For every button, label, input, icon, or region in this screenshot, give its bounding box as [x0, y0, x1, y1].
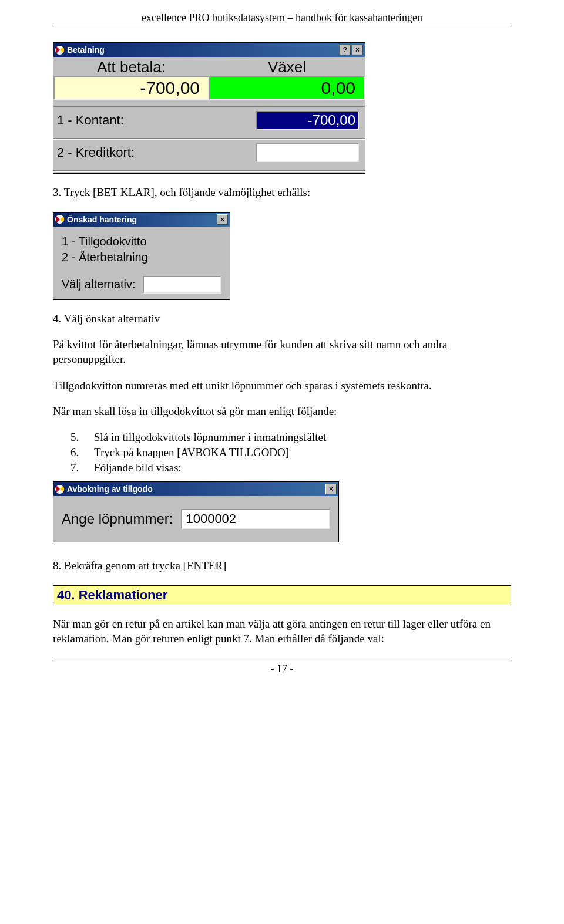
window-onskad-hantering: Önskad hantering × 1 - Tillgodokvitto 2 … — [53, 212, 230, 300]
prompt-label: Välj alternativ: — [62, 278, 136, 291]
close-button[interactable]: × — [325, 484, 337, 494]
titlebar-betalning: Betalning ? × — [53, 43, 365, 57]
window-title: Betalning — [67, 45, 105, 55]
att-betala-value: -700,00 — [53, 76, 209, 100]
window-title: Önskad hantering — [67, 215, 137, 224]
help-button[interactable]: ? — [340, 45, 351, 55]
kreditkort-label: 2 - Kreditkort: — [57, 145, 256, 160]
vaxel-value: 0,00 — [209, 76, 365, 100]
lopnummer-input[interactable]: 1000002 — [181, 509, 330, 529]
window-avbokning: Avbokning av tillgodo × Ange löpnummer: … — [53, 481, 339, 542]
option-tillgodokvitto: 1 - Tillgodokvitto — [62, 235, 221, 248]
step-4-text: 4. Välj önskat alternativ — [53, 312, 511, 326]
section-40-heading: 40. Reklamationer — [53, 585, 511, 605]
close-button[interactable]: × — [352, 45, 363, 55]
alternativ-input[interactable] — [143, 276, 221, 294]
paragraph-1: På kvittot för återbetalningar, lämnas u… — [53, 338, 511, 366]
titlebar-avbokning: Avbokning av tillgodo × — [53, 482, 338, 496]
paragraph-3: När man skall lösa in tillgodokvittot så… — [53, 404, 511, 419]
list-item-7: 7.Följande bild visas: — [53, 461, 511, 474]
paragraph-4: När man gör en retur på en artikel kan m… — [53, 617, 511, 646]
step-8-text: 8. Bekräfta genom att trycka [ENTER] — [53, 559, 511, 574]
kontant-input[interactable]: -700,00 — [256, 111, 359, 130]
step-3-text: 3. Tryck [BET KLAR], och följande valmöj… — [53, 186, 511, 200]
list-item-5: 5.Slå in tillgodokvittots löpnummer i in… — [53, 431, 511, 444]
app-icon — [55, 215, 64, 224]
window-betalning: Betalning ? × Att betala: Växel -700,00 … — [53, 42, 365, 174]
vaxel-label: Växel — [209, 57, 365, 76]
page-header: excellence PRO butiksdatasystem – handbo… — [53, 12, 511, 24]
paragraph-2: Tillgodokvitton numreras med ett unikt l… — [53, 379, 511, 393]
list-item-6: 6.Tryck på knappen [AVBOKA TILLGODO] — [53, 446, 511, 459]
kontant-label: 1 - Kontant: — [57, 113, 256, 128]
close-button[interactable]: × — [217, 214, 228, 225]
window-title: Avbokning av tillgodo — [67, 484, 153, 494]
page-footer: - 17 - — [53, 663, 511, 675]
app-icon — [55, 485, 64, 494]
kreditkort-input[interactable] — [256, 143, 359, 162]
header-rule — [53, 28, 511, 28]
lopnummer-label: Ange löpnummer: — [62, 511, 173, 527]
app-icon — [55, 46, 64, 55]
att-betala-label: Att betala: — [53, 57, 209, 76]
titlebar-onskad: Önskad hantering × — [53, 213, 230, 227]
footer-rule — [53, 659, 511, 659]
option-aterbetalning: 2 - Återbetalning — [62, 251, 221, 264]
